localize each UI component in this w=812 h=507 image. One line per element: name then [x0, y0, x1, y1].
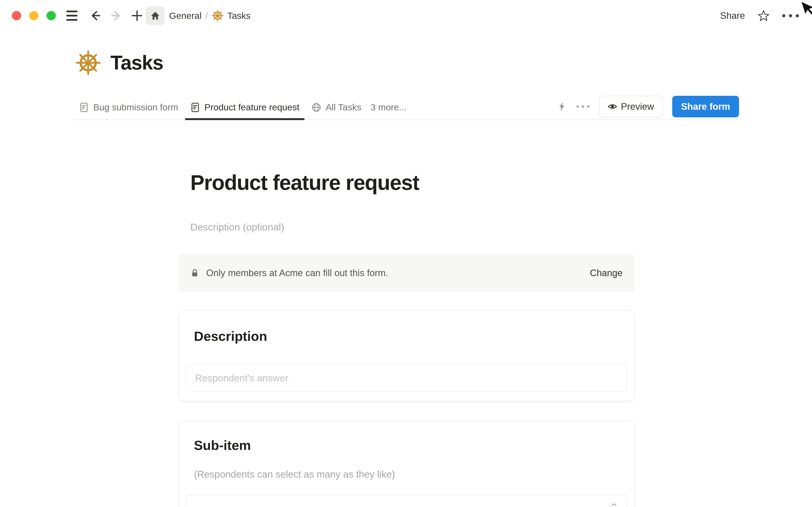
breadcrumb: General / Tasks	[169, 0, 250, 31]
tab-all-tasks[interactable]: All Tasks	[305, 95, 367, 119]
view-tabs: Bug submission form Product feature requ…	[73, 95, 410, 119]
form-description-placeholder[interactable]: Description (optional)	[190, 221, 284, 233]
breadcrumb-workspace[interactable]: General	[169, 11, 201, 21]
access-banner: Only members at Acme can fill out this f…	[179, 254, 634, 292]
tab-label: Bug submission form	[93, 102, 178, 112]
tab-product-feature-request[interactable]: Product feature request	[184, 95, 305, 119]
form-doc-icon	[79, 102, 89, 112]
back-icon[interactable]	[87, 8, 103, 24]
tab-label: 3 more...	[371, 102, 407, 112]
sidebar-menu-icon[interactable]	[66, 11, 77, 21]
answer-field-wrap	[186, 495, 627, 507]
tab-bug-submission-form[interactable]: Bug submission form	[73, 95, 184, 119]
home-icon[interactable]	[146, 6, 165, 25]
view-options-icon[interactable]	[576, 105, 589, 108]
minimize-window-button[interactable]	[29, 11, 39, 20]
preview-button-label: Preview	[621, 101, 654, 112]
tab-label: All Tasks	[326, 102, 361, 112]
access-change-button[interactable]: Change	[590, 268, 623, 278]
tabbar-controls: Preview Share form	[557, 95, 739, 119]
ship-wheel-icon	[212, 10, 224, 21]
lock-icon	[190, 269, 199, 277]
eye-icon	[608, 102, 617, 111]
description-answer-input[interactable]	[186, 364, 627, 392]
chevron-up-down-icon	[610, 502, 618, 507]
preview-button[interactable]: Preview	[599, 96, 662, 117]
topbar-actions: Share	[720, 0, 799, 31]
automations-lightning-icon[interactable]	[557, 102, 567, 111]
tab-more-views[interactable]: 3 more...	[367, 95, 410, 119]
breadcrumb-separator: /	[205, 11, 208, 21]
question-hint: (Respondents can select as many as they …	[194, 468, 395, 480]
mouse-cursor	[798, 0, 812, 20]
form-doc-icon	[190, 102, 200, 112]
favorite-star-icon[interactable]	[758, 10, 769, 21]
page-title: Tasks	[110, 51, 163, 74]
access-banner-text: Only members at Acme can fill out this f…	[206, 268, 388, 278]
share-button[interactable]: Share	[720, 10, 745, 21]
more-options-icon[interactable]	[782, 14, 799, 17]
form-title[interactable]: Product feature request	[190, 170, 419, 195]
question-card-description: Description	[179, 311, 634, 401]
globe-icon	[311, 102, 322, 112]
breadcrumb-page[interactable]: Tasks	[227, 11, 250, 21]
new-tab-plus-icon[interactable]	[129, 8, 145, 24]
zoom-window-button[interactable]	[47, 11, 56, 20]
question-title[interactable]: Sub-item	[194, 438, 251, 453]
share-form-button-label: Share form	[681, 101, 730, 112]
close-window-button[interactable]	[12, 11, 21, 20]
question-title[interactable]: Description	[194, 329, 267, 344]
forward-icon[interactable]	[108, 8, 124, 24]
window-controls	[12, 11, 56, 20]
page-header: Tasks	[76, 50, 163, 75]
tab-label: Product feature request	[205, 102, 299, 112]
question-card-sub-item: Sub-item (Respondents can select as many…	[179, 420, 634, 507]
answer-field-wrap	[186, 364, 627, 392]
sub-item-answer-input[interactable]	[186, 495, 627, 507]
view-tabbar: Bug submission form Product feature requ…	[73, 95, 739, 120]
ship-wheel-icon[interactable]	[76, 50, 101, 75]
share-form-button[interactable]: Share form	[672, 96, 739, 117]
